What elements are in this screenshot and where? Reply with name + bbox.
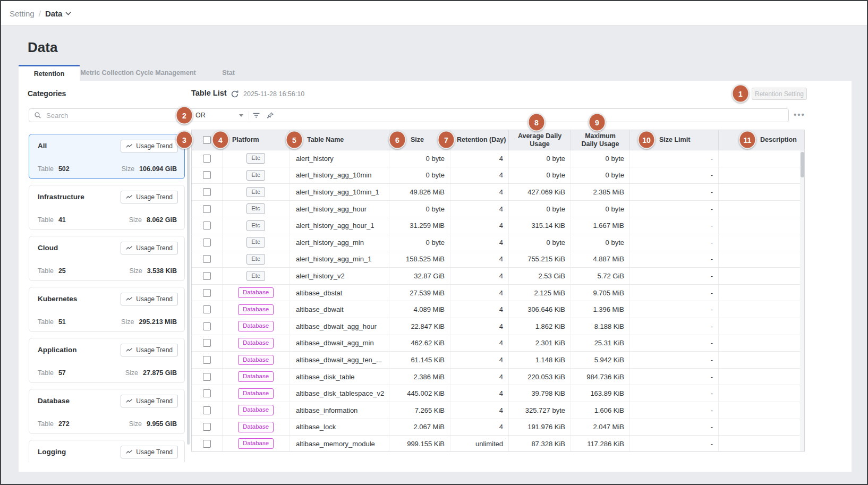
select-all-checkbox[interactable] xyxy=(203,136,211,144)
chevron-down-icon xyxy=(239,114,243,117)
row-checkbox[interactable] xyxy=(203,406,211,414)
category-card-application[interactable]: ApplicationUsage TrendTable57Size27.875 … xyxy=(29,338,185,383)
breadcrumb-data[interactable]: Data xyxy=(45,9,72,18)
usage-trend-button[interactable]: Usage Trend xyxy=(121,140,178,152)
category-card-cloud[interactable]: CloudUsage TrendTable25Size3.538 KiB xyxy=(29,236,185,281)
tab-retention[interactable]: Retention xyxy=(19,65,80,81)
category-card-stats: Table272Size9.955 GiB xyxy=(38,420,177,428)
size-limit-cell: - xyxy=(630,369,719,385)
category-card-all[interactable]: AllUsage TrendTable502Size106.094 GiB xyxy=(29,134,185,179)
category-card-database[interactable]: DatabaseUsage TrendTable272Size9.955 GiB xyxy=(29,389,185,434)
row-checkbox[interactable] xyxy=(203,255,211,263)
maximum-daily-usage-cell: 9.705 MiB xyxy=(571,285,630,301)
column-table-name: Table Name xyxy=(290,130,389,150)
platform-badge: Database xyxy=(238,405,274,415)
maximum-daily-usage-cell: 0 byte xyxy=(571,167,630,184)
pin-icon[interactable] xyxy=(263,109,277,122)
usage-trend-button[interactable]: Usage Trend xyxy=(121,293,178,305)
category-search[interactable] xyxy=(29,108,186,122)
table-scrollbar[interactable] xyxy=(801,152,804,177)
size-value: 3.538 KiB xyxy=(147,267,177,275)
usage-trend-button[interactable]: Usage Trend xyxy=(121,395,178,407)
tab-metric-collection-cycle-management[interactable]: Metric Collection Cycle Management xyxy=(80,65,197,81)
table-name-cell: altibase_information xyxy=(290,402,389,419)
row-checkbox[interactable] xyxy=(203,389,211,397)
row-checkbox[interactable] xyxy=(203,423,211,431)
annotation-badge-2: 2 xyxy=(176,106,193,125)
more-options-icon[interactable]: ••• xyxy=(794,110,805,119)
annotation-badge-7: 7 xyxy=(438,131,455,149)
tab-stat[interactable]: Stat xyxy=(197,65,260,81)
row-checkbox-cell xyxy=(192,167,223,184)
row-checkbox[interactable] xyxy=(203,373,211,381)
trend-line-icon xyxy=(126,449,133,455)
table-count-value: 57 xyxy=(58,369,66,377)
table-name-cell: alert_history xyxy=(290,150,389,167)
row-checkbox[interactable] xyxy=(203,205,211,213)
table-row: Databasealtibase_information7.265 KiB432… xyxy=(192,402,804,419)
table-row: Databasealtibase_dbwait_agg_ten_...61.14… xyxy=(192,352,804,369)
size-cell: 0 byte xyxy=(389,234,450,251)
platform-badge: Etc xyxy=(246,254,265,265)
row-checkbox[interactable] xyxy=(203,356,211,364)
size-label: Size xyxy=(125,369,138,377)
maximum-daily-usage-cell: 5.72 GiB xyxy=(571,268,630,284)
refresh-icon[interactable] xyxy=(231,90,239,98)
trend-line-icon xyxy=(126,143,133,149)
filter-operator-select[interactable]: OR xyxy=(189,109,249,122)
row-checkbox[interactable] xyxy=(203,322,211,330)
average-daily-usage-cell: 325.727 byte xyxy=(509,402,571,419)
size-limit-cell: - xyxy=(630,217,719,234)
breadcrumb-setting[interactable]: Setting xyxy=(10,9,35,18)
size-total: Size27.875 GiB xyxy=(125,369,177,377)
platform-cell: Database xyxy=(223,301,290,318)
row-checkbox[interactable] xyxy=(203,289,211,297)
platform-cell: Database xyxy=(223,335,290,352)
platform-cell: Database xyxy=(223,352,290,368)
platform-badge: Database xyxy=(238,321,274,331)
filter-bar: OR xyxy=(188,108,789,122)
row-checkbox[interactable] xyxy=(203,155,211,163)
search-input[interactable] xyxy=(45,111,181,120)
table-row: Databasealtibase_dbwait4.089 MiB4306.646… xyxy=(192,301,804,318)
row-checkbox[interactable] xyxy=(203,188,211,196)
average-daily-usage-cell: 39.798 KiB xyxy=(509,385,571,402)
table-scrollbar-track xyxy=(800,150,804,451)
size-limit-cell: - xyxy=(630,184,719,200)
row-checkbox[interactable] xyxy=(203,171,211,179)
table-name-cell: altibase_dbwait_agg_hour xyxy=(290,318,389,335)
table-header-row: PlatformTable NameSizeRetention (Day)Ave… xyxy=(192,130,804,150)
retention-cell: 4 xyxy=(450,285,509,301)
row-checkbox-cell xyxy=(192,268,223,284)
size-cell: 49.826 MiB xyxy=(389,184,450,200)
row-checkbox[interactable] xyxy=(203,272,211,280)
row-checkbox[interactable] xyxy=(203,305,211,313)
annotation-badge-9: 9 xyxy=(589,113,606,132)
usage-trend-button[interactable]: Usage Trend xyxy=(121,242,178,254)
table-name-cell: alert_history_agg_min_1 xyxy=(290,251,389,268)
row-checkbox[interactable] xyxy=(203,440,211,448)
filter-icon[interactable] xyxy=(249,109,263,122)
column-average-daily-usage: Average Daily Usage xyxy=(509,130,571,150)
size-cell: 999.155 KiB xyxy=(389,436,450,451)
table-row: Etcalert_history_agg_min_1158.525 MiB475… xyxy=(192,251,804,268)
description-cell xyxy=(719,335,804,352)
row-checkbox[interactable] xyxy=(203,222,211,229)
retention-setting-button[interactable]: Retention Setting xyxy=(752,88,807,100)
table-name-cell: altibase_dbwait_agg_ten_... xyxy=(290,352,389,368)
row-checkbox[interactable] xyxy=(203,339,211,347)
category-card-infrastructure[interactable]: InfrastructureUsage TrendTable41Size8.06… xyxy=(29,185,185,230)
table-row: Databasealtibase_dbwait_agg_min462.62 Ki… xyxy=(192,335,804,352)
usage-trend-button[interactable]: Usage Trend xyxy=(121,344,178,356)
usage-trend-button[interactable]: Usage Trend xyxy=(121,446,178,458)
category-card-kubernetes[interactable]: KubernetesUsage TrendTable51Size295.213 … xyxy=(29,287,185,332)
row-checkbox-cell xyxy=(192,150,223,167)
category-card-logging[interactable]: LoggingUsage Trend xyxy=(29,440,185,462)
size-total: Size3.538 KiB xyxy=(129,267,177,275)
sidebar-scrollbar[interactable] xyxy=(187,134,190,445)
platform-cell: Etc xyxy=(223,167,290,184)
usage-trend-button[interactable]: Usage Trend xyxy=(121,191,178,203)
description-cell xyxy=(719,318,804,335)
table-name-cell: alert_history_agg_10min_1 xyxy=(290,184,389,200)
row-checkbox[interactable] xyxy=(203,239,211,246)
